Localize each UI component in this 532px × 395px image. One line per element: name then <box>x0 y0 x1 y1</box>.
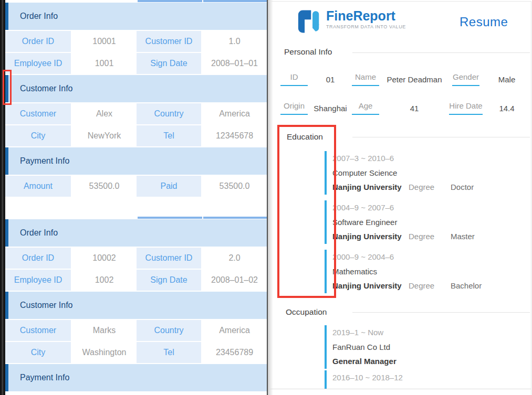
field-value: Peter Deadman <box>380 66 449 92</box>
order-report-panel: Order Info Order ID 10001 Customer ID 1.… <box>5 0 267 395</box>
degree-value: Master <box>451 232 475 241</box>
cell-value: 2.0 <box>202 248 267 269</box>
section-header-customer-info: Customer Info <box>5 292 267 319</box>
record-top-border <box>5 0 267 2</box>
section-header-order-info: Order Info <box>5 219 267 247</box>
table-row: City Washington Tel 23456789 <box>5 342 267 363</box>
cell-label: Customer <box>5 103 71 124</box>
field-label: Age <box>351 92 380 124</box>
cell-value: 53500.0 <box>202 176 267 197</box>
section-divider <box>352 312 530 313</box>
cell-value: 10002 <box>72 248 137 269</box>
field-label: Hire Date <box>449 92 483 124</box>
cell-value: 1001 <box>72 53 137 74</box>
cell-label: City <box>5 125 71 146</box>
table-row: Customer Marks Country America <box>5 320 267 341</box>
top-border-segment <box>203 0 267 2</box>
cell-label: Employee ID <box>5 53 71 74</box>
cell-value: Marks <box>72 320 137 341</box>
cell-label: Amount <box>5 176 71 197</box>
logo-tagline: TRANSFORM DATA INTO VALUE <box>326 24 406 29</box>
section-header-payment-info: Payment Info <box>5 364 267 391</box>
cell-value: 23456789 <box>202 342 267 363</box>
page-title: Resume <box>460 15 508 29</box>
entry-company: FanRuan Co Ltd <box>332 340 397 355</box>
cell-label: Customer ID <box>137 248 201 269</box>
entry-school: Nanjing University <box>332 229 409 244</box>
entry-period: 2007–3 ~ 2010–6 <box>332 151 474 166</box>
cell-label: Tel <box>137 342 201 363</box>
table-row: Employee ID 1001 Sign Date 2008–01–01 <box>5 53 267 74</box>
entry-school: Nanjing University <box>332 180 409 195</box>
entry-period: 2000–9 ~ 2004–6 <box>332 250 482 264</box>
degree-label: Degree <box>409 229 451 244</box>
entry-major: Computer Science <box>332 166 474 180</box>
field-label: Gender <box>449 66 483 92</box>
section-header-payment-info: Payment Info <box>5 147 267 175</box>
degree-label: Degree <box>409 279 451 293</box>
cell-label: Country <box>137 103 201 124</box>
field-value: Male <box>483 66 531 92</box>
cell-value: Washington <box>72 342 137 363</box>
education-entry: 2007–3 ~ 2010–6 Computer Science Nanjing… <box>325 151 474 195</box>
cell-label: Sign Date <box>137 53 201 74</box>
entry-company: FanRuan Co Ltd <box>332 385 403 389</box>
section-title: Customer Info <box>20 84 72 93</box>
window-edge-strip <box>0 0 5 395</box>
occupation-entry: 2019–1 ~ Now FanRuan Co Ltd General Mana… <box>325 325 397 369</box>
cell-value: 53500.0 <box>72 176 137 197</box>
cell-value: 10001 <box>72 31 137 52</box>
cell-value: 1.0 <box>202 31 267 52</box>
entry-detail: Nanjing UniversityDegreeBachelor <box>332 279 482 293</box>
cell-value: NewYork <box>72 125 137 146</box>
cell-label: City <box>5 342 71 363</box>
personal-info-grid: ID 01 Name Peter Deadman Gender Male Ori… <box>279 66 531 124</box>
cell-value: Alex <box>72 103 137 124</box>
cell-value: 2008–01–02 <box>202 270 267 291</box>
cell-label: Order ID <box>5 31 71 52</box>
section-header-customer-info: Customer Info <box>5 75 267 102</box>
finereport-logo: FineReport TRANSFORM DATA INTO VALUE <box>297 9 406 34</box>
cell-value: 2008–01–01 <box>202 53 267 74</box>
table-row: Order ID 10002 Customer ID 2.0 <box>5 248 267 269</box>
field-label: ID <box>279 66 309 92</box>
cell-label: Sign Date <box>137 270 201 291</box>
section-header-order-info: Order Info <box>5 3 267 30</box>
table-row: Order ID 10001 Customer ID 1.0 <box>5 31 267 52</box>
cell-label: Paid <box>137 176 201 197</box>
table-row: Customer Alex Country America <box>5 103 267 124</box>
cell-value: America <box>202 103 267 124</box>
cell-value: 1002 <box>72 270 137 291</box>
entry-detail: Nanjing UniversityDegreeDoctor <box>332 180 474 195</box>
entry-position: General Manager <box>332 354 397 369</box>
section-title: Payment Info <box>20 373 69 382</box>
cell-label: Country <box>137 320 201 341</box>
section-heading-personal-info: Personal Info <box>284 47 332 57</box>
field-value: 41 <box>380 92 449 124</box>
entry-school: Nanjing University <box>332 279 409 293</box>
entry-period: 2019–1 ~ Now <box>332 325 397 340</box>
cell-label: Tel <box>137 125 201 146</box>
section-title: Order Info <box>20 12 58 21</box>
section-title: Payment Info <box>20 156 69 166</box>
finereport-logo-icon <box>297 9 321 34</box>
cell-label: Employee ID <box>5 270 71 291</box>
entry-period: 2004–9 ~ 2007–6 <box>332 200 475 215</box>
entry-detail: Nanjing UniversityDegreeMaster <box>332 229 475 244</box>
section-heading-occupation: Occupation <box>286 307 327 317</box>
section-divider <box>352 52 530 53</box>
annotation-box-education-section <box>277 125 336 298</box>
top-border-segment <box>203 217 267 219</box>
degree-label: Degree <box>409 180 451 195</box>
order-record-2: Order Info Order ID 10002 Customer ID 2.… <box>5 217 267 392</box>
cell-label: Customer <box>5 320 71 341</box>
table-row: City NewYork Tel 12345678 <box>5 125 267 146</box>
entry-major: Mathematics <box>332 264 482 279</box>
education-entry: 2000–9 ~ 2004–6 Mathematics Nanjing Univ… <box>325 250 482 293</box>
education-entry: 2004–9 ~ 2007–6 Software Engineer Nanjin… <box>325 200 475 244</box>
cell-value: 12345678 <box>202 125 267 146</box>
field-label: Name <box>351 66 380 92</box>
annotation-box-customer-info-accent <box>3 70 12 105</box>
logo-text: FineReport TRANSFORM DATA INTO VALUE <box>326 9 406 29</box>
section-divider <box>352 137 530 137</box>
